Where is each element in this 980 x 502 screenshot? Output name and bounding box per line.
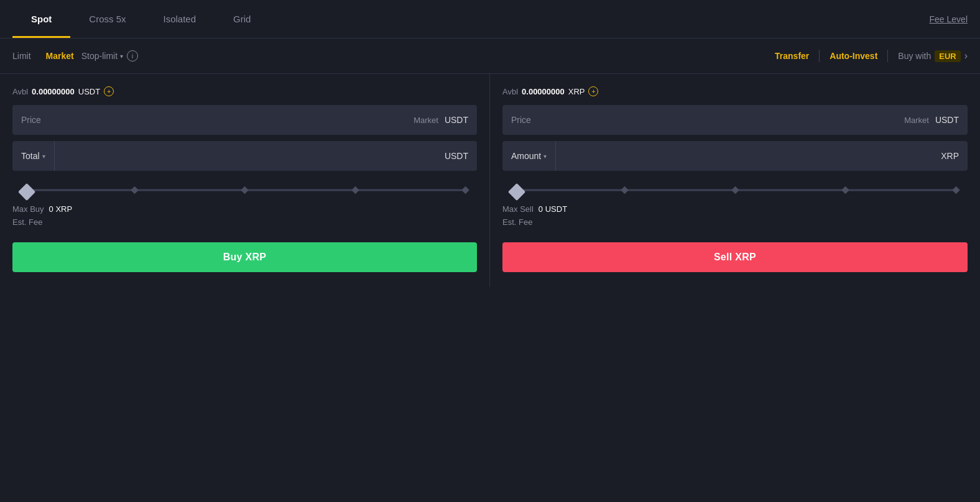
tab-isolated[interactable]: Isolated bbox=[145, 0, 215, 38]
sell-amount-arrow-icon: ▾ bbox=[543, 153, 547, 160]
buy-avbl-add-icon[interactable]: + bbox=[104, 86, 114, 96]
sell-avbl-row: Avbl 0.00000000 XRP + bbox=[502, 86, 968, 96]
buy-tick-50 bbox=[241, 186, 249, 194]
sell-tick-75 bbox=[841, 186, 849, 194]
buy-button[interactable]: Buy XRP bbox=[12, 242, 477, 272]
sell-avbl-currency: XRP bbox=[568, 87, 585, 96]
buy-price-field[interactable]: Price Market USDT bbox=[12, 105, 477, 135]
sell-avbl-add-icon[interactable]: + bbox=[588, 86, 598, 96]
sell-max-label: Max Sell bbox=[502, 204, 534, 214]
order-type-bar: Limit Market Stop-limit ▾ i Transfer Aut… bbox=[0, 39, 980, 74]
sell-max-value: 0 USDT bbox=[539, 204, 567, 214]
sell-price-field[interactable]: Price Market USDT bbox=[502, 105, 968, 135]
buy-panel: Avbl 0.00000000 USDT + Price Market USDT… bbox=[0, 74, 490, 287]
auto-invest-button[interactable]: Auto-Invest bbox=[830, 51, 877, 61]
buy-est-fee-label: Est. Fee bbox=[12, 217, 42, 227]
eur-badge: EUR bbox=[935, 50, 960, 62]
order-type-limit[interactable]: Limit bbox=[12, 47, 39, 65]
buy-est-fee-row: Est. Fee bbox=[12, 217, 477, 230]
sell-slider-ticks bbox=[511, 188, 959, 193]
buy-tick-100 bbox=[461, 186, 469, 194]
sell-price-currency: USDT bbox=[935, 115, 959, 125]
sell-max-row: Max Sell 0 USDT bbox=[502, 204, 968, 214]
sell-avbl-label: Avbl bbox=[502, 87, 518, 96]
sell-price-label: Price bbox=[511, 115, 904, 125]
buy-slider[interactable] bbox=[12, 181, 477, 199]
sell-price-market-tag: Market bbox=[904, 116, 929, 125]
sell-est-fee-label: Est. Fee bbox=[502, 217, 532, 227]
buy-max-label: Max Buy bbox=[12, 204, 44, 214]
sell-slider[interactable] bbox=[502, 181, 968, 199]
sell-tick-100 bbox=[952, 186, 960, 194]
buy-total-currency: USDT bbox=[436, 151, 477, 161]
order-type-market[interactable]: Market bbox=[39, 47, 81, 65]
sell-amount-currency: XRP bbox=[932, 151, 968, 161]
sell-avbl-amount: 0.00000000 bbox=[522, 87, 565, 96]
sell-tick-50 bbox=[731, 186, 739, 194]
buy-avbl-row: Avbl 0.00000000 USDT + bbox=[12, 86, 477, 96]
info-icon[interactable]: i bbox=[127, 50, 138, 62]
buy-avbl-amount: 0.00000000 bbox=[32, 87, 75, 96]
buy-total-arrow-icon: ▾ bbox=[42, 153, 45, 160]
tab-spot[interactable]: Spot bbox=[12, 0, 70, 38]
order-type-stop-limit: Stop-limit bbox=[81, 51, 118, 61]
buy-price-currency: USDT bbox=[445, 115, 468, 125]
buy-max-row: Max Buy 0 XRP bbox=[12, 204, 477, 214]
buy-tick-25 bbox=[131, 186, 139, 194]
fee-level-link[interactable]: Fee Level bbox=[930, 0, 968, 38]
sell-amount-field[interactable]: Amount ▾ XRP bbox=[502, 141, 968, 171]
sell-panel: Avbl 0.00000000 XRP + Price Market USDT … bbox=[490, 74, 980, 287]
tab-bar: Spot Cross 5x Isolated Grid Fee Level bbox=[0, 0, 980, 39]
buy-avbl-currency: USDT bbox=[78, 87, 100, 96]
buy-price-label: Price bbox=[21, 115, 414, 125]
sell-amount-label: Amount bbox=[511, 151, 541, 161]
buy-total-label-group[interactable]: Total ▾ bbox=[12, 141, 55, 171]
buy-slider-handle[interactable] bbox=[18, 183, 35, 201]
divider2 bbox=[887, 50, 888, 62]
buy-max-value: 0 XRP bbox=[49, 204, 73, 214]
divider bbox=[819, 50, 820, 62]
sell-button[interactable]: Sell XRP bbox=[502, 242, 968, 272]
stop-limit-chevron-icon: ▾ bbox=[120, 53, 123, 60]
sell-est-fee-row: Est. Fee bbox=[502, 217, 968, 230]
buy-slider-ticks bbox=[21, 188, 468, 193]
buy-with-label: Buy with bbox=[898, 51, 931, 61]
chevron-right-icon: › bbox=[964, 50, 968, 62]
buy-price-market-tag: Market bbox=[414, 116, 438, 125]
buy-total-field[interactable]: Total ▾ USDT bbox=[12, 141, 477, 171]
sell-amount-label-group[interactable]: Amount ▾ bbox=[502, 141, 556, 171]
sell-tick-25 bbox=[621, 186, 629, 194]
tab-cross5x[interactable]: Cross 5x bbox=[70, 0, 144, 38]
trading-panels: Avbl 0.00000000 USDT + Price Market USDT… bbox=[0, 74, 980, 287]
buy-avbl-label: Avbl bbox=[12, 87, 28, 96]
buy-tick-75 bbox=[351, 186, 359, 194]
buy-total-label: Total bbox=[21, 151, 40, 161]
tab-grid[interactable]: Grid bbox=[215, 0, 269, 38]
order-type-stop-limit-group[interactable]: Stop-limit ▾ bbox=[81, 51, 123, 61]
buy-with-group[interactable]: Buy with EUR › bbox=[898, 50, 968, 62]
right-actions: Transfer Auto-Invest Buy with EUR › bbox=[775, 50, 968, 62]
sell-slider-handle[interactable] bbox=[508, 183, 525, 201]
transfer-button[interactable]: Transfer bbox=[775, 51, 809, 61]
